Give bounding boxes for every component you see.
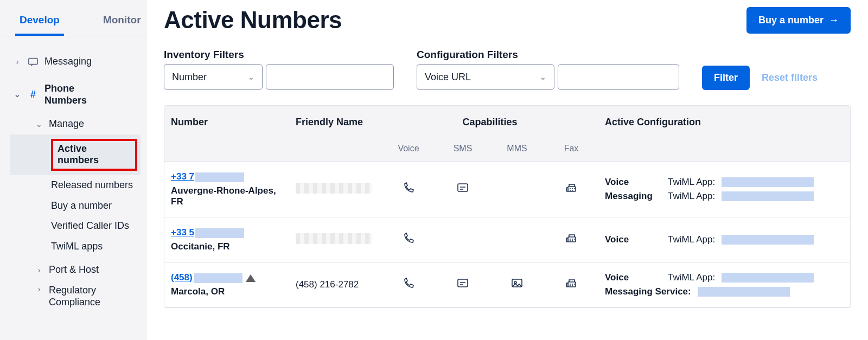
number-link[interactable]: (458) xyxy=(171,272,242,283)
sidebar-item-label: Regulatory Compliance xyxy=(49,285,114,308)
tab-monitor[interactable]: Monitor xyxy=(99,10,145,36)
chat-icon xyxy=(27,56,39,68)
number-redacted xyxy=(194,273,242,283)
chevron-right-icon: › xyxy=(35,266,43,275)
sidebar-item-messaging[interactable]: › Messaging xyxy=(10,52,141,72)
col-capabilities: Capabilities xyxy=(381,106,598,138)
col-number: Number xyxy=(164,106,289,138)
subcol-fax: Fax xyxy=(544,138,598,161)
svg-rect-0 xyxy=(29,59,38,65)
select-value: Voice URL xyxy=(425,72,471,83)
sidebar-item-label: Released numbers xyxy=(51,179,133,191)
subcol-sms: SMS xyxy=(436,138,490,161)
sidebar-item-label: Messaging xyxy=(44,56,92,68)
inventory-filter-select[interactable]: Number ⌄ xyxy=(164,64,263,90)
button-label: Buy a number xyxy=(758,15,824,26)
number-redacted xyxy=(195,172,244,182)
chevron-right-icon: › xyxy=(35,285,43,294)
subhead-blank xyxy=(289,138,381,161)
number-location: Occitanie, FR xyxy=(171,241,283,252)
sidebar-tabbar: Develop Monitor xyxy=(0,5,146,36)
number-link[interactable]: +33 5 xyxy=(171,227,244,238)
filter-actions: Filter Reset filters xyxy=(702,66,818,90)
col-friendly-name: Friendly Name xyxy=(289,106,381,138)
config-value-redacted xyxy=(722,191,814,201)
sidebar-item-label: Port & Host xyxy=(49,264,99,276)
capability-mms-empty xyxy=(490,230,544,249)
configuration-filter-select[interactable]: Voice URL ⌄ xyxy=(417,64,554,90)
capability-sms xyxy=(436,172,490,207)
number-link[interactable]: +33 7 xyxy=(171,171,244,182)
inventory-filter-input[interactable] xyxy=(266,64,394,90)
tab-develop[interactable]: Develop xyxy=(15,10,64,36)
friendly-name-redacted xyxy=(296,233,372,244)
config-label: TwiML App: xyxy=(668,272,715,283)
chevron-down-icon: ⌄ xyxy=(540,73,546,81)
subcol-voice: Voice xyxy=(381,138,436,161)
config-label: TwiML App: xyxy=(668,234,715,245)
hash-icon: # xyxy=(27,89,39,101)
reset-filters-link[interactable]: Reset filters xyxy=(762,72,818,84)
filter-button[interactable]: Filter xyxy=(702,66,750,90)
sidebar-item-label: Manage xyxy=(49,118,84,130)
subhead-blank xyxy=(598,138,821,161)
config-key: Voice xyxy=(605,177,661,188)
sidebar-item-phone-numbers[interactable]: ⌄ # Phone Numbers xyxy=(10,79,141,111)
table-header: Number Friendly Name Capabilities Active… xyxy=(164,106,850,138)
config-label: TwiML App: xyxy=(668,177,715,188)
cell-active-configuration: Voice TwiML App: xyxy=(598,224,821,255)
sidebar-item-label: TwiML apps xyxy=(51,241,103,253)
friendly-name-text: (458) 216-2782 xyxy=(296,279,359,290)
cell-friendly-name xyxy=(289,173,381,206)
number-location: Auvergne-Rhone-Alpes, FR xyxy=(171,185,283,207)
table-row: (458) Marcola, OR (458) 216-2782 Voice T… xyxy=(164,262,850,307)
filters-bar: Inventory Filters Number ⌄ Configuration… xyxy=(164,49,851,90)
main: Active Numbers Buy a number → Inventory … xyxy=(146,0,868,340)
config-value-redacted xyxy=(722,235,814,245)
friendly-name-redacted xyxy=(296,183,372,194)
sidebar-item-active-numbers[interactable]: Active numbers xyxy=(10,134,141,175)
sidebar-item-verified-caller-ids[interactable]: Verified Caller IDs xyxy=(10,216,141,236)
sidebar-item-regulatory-compliance[interactable]: › Regulatory Compliance xyxy=(10,280,141,312)
select-value: Number xyxy=(172,72,207,83)
chevron-right-icon: › xyxy=(13,57,22,67)
subhead-blank xyxy=(164,138,289,161)
cell-friendly-name xyxy=(289,223,381,256)
sidebar-item-port-host[interactable]: › Port & Host xyxy=(10,260,141,280)
sidebar: Develop Monitor › Messaging ⌄ # Phone Nu… xyxy=(0,0,146,340)
cell-number: +33 5 Occitanie, FR xyxy=(164,217,289,262)
config-line: Voice TwiML App: xyxy=(605,177,814,188)
config-line: Voice TwiML App: xyxy=(605,234,814,245)
capability-voice xyxy=(381,267,436,303)
cell-friendly-name: (458) 216-2782 xyxy=(289,270,381,300)
titlebar: Active Numbers Buy a number → xyxy=(164,7,851,34)
table-subheader: Voice SMS MMS Fax xyxy=(164,138,850,162)
sidebar-item-label: Verified Caller IDs xyxy=(51,220,129,232)
capability-fax xyxy=(544,172,598,207)
buy-a-number-button[interactable]: Buy a number → xyxy=(746,7,851,34)
sidebar-nav: › Messaging ⌄ # Phone Numbers ⌄ Manage A… xyxy=(0,36,146,312)
configuration-filter-input[interactable] xyxy=(558,64,679,90)
sidebar-item-twiml-apps[interactable]: TwiML apps xyxy=(10,236,141,257)
subcol-mms: MMS xyxy=(490,138,544,161)
page-title: Active Numbers xyxy=(164,7,342,34)
config-label: TwiML App: xyxy=(668,191,715,202)
sidebar-item-released-numbers[interactable]: Released numbers xyxy=(10,175,141,196)
numbers-table: Number Friendly Name Capabilities Active… xyxy=(164,105,851,308)
config-line: Messaging TwiML App: xyxy=(605,191,814,202)
capability-fax xyxy=(544,267,598,303)
cell-number: +33 7 Auvergne-Rhone-Alpes, FR xyxy=(164,162,289,217)
capability-fax xyxy=(544,222,598,258)
sidebar-item-buy-a-number[interactable]: Buy a number xyxy=(10,196,141,216)
capability-mms xyxy=(490,267,544,303)
table-row: +33 7 Auvergne-Rhone-Alpes, FR Voice Twi… xyxy=(164,162,850,217)
inventory-filters: Inventory Filters Number ⌄ xyxy=(164,49,394,90)
capability-sms xyxy=(436,267,490,303)
table-row: +33 5 Occitanie, FR Voice TwiML App: xyxy=(164,217,850,262)
sidebar-item-label: Phone Numbers xyxy=(44,83,104,106)
capability-mms-empty xyxy=(490,179,544,199)
configuration-filters: Configuration Filters Voice URL ⌄ xyxy=(417,49,679,90)
sidebar-item-manage[interactable]: ⌄ Manage xyxy=(10,114,141,134)
sidebar-item-label: Active numbers xyxy=(51,139,137,171)
config-key: Voice xyxy=(605,272,661,283)
